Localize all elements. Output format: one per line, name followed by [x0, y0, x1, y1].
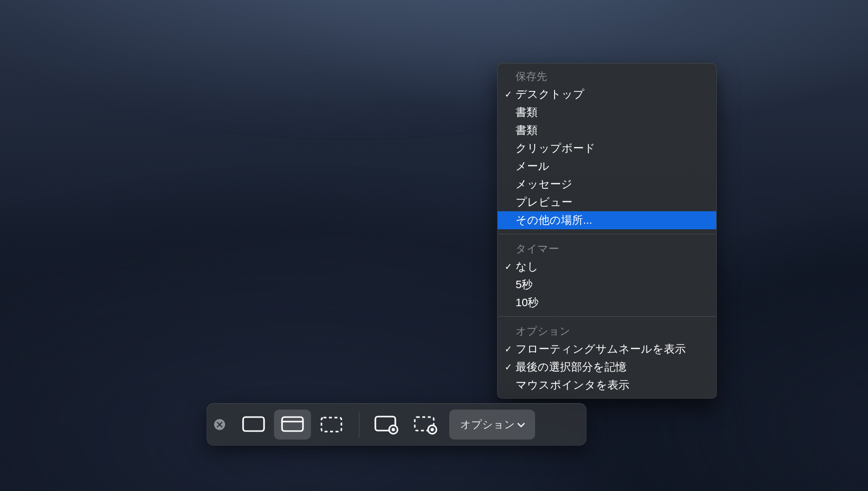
menu-item-timer-none[interactable]: ✓ なし: [498, 258, 716, 276]
menu-item-show-mouse-pointer[interactable]: マウスポインタを表示: [498, 376, 716, 394]
record-selection-icon: [413, 415, 438, 435]
menu-item-remember-last-selection[interactable]: ✓ 最後の選択部分を記憶: [498, 358, 716, 376]
checkmark-icon: ✓: [503, 258, 514, 276]
screen-icon: [242, 415, 265, 434]
menu-item-timer-10s[interactable]: 10秒: [498, 294, 716, 312]
menu-item-mail[interactable]: メール: [498, 157, 716, 175]
menu-section-header-timer: タイマー: [498, 239, 716, 258]
menu-item-label: フローティングサムネールを表示: [516, 343, 686, 355]
menu-item-show-floating-thumbnail[interactable]: ✓ フローティングサムネールを表示: [498, 340, 716, 358]
menu-item-label: 5秒: [516, 278, 533, 291]
menu-item-preview[interactable]: プレビュー: [498, 193, 716, 211]
menu-item-other-location[interactable]: その他の場所...: [498, 211, 716, 229]
chevron-down-icon: [517, 419, 525, 431]
menu-item-messages[interactable]: メッセージ: [498, 175, 716, 193]
menu-item-label: クリップボード: [516, 142, 595, 154]
checkmark-icon: ✓: [503, 358, 514, 376]
menu-item-label: デスクトップ: [516, 88, 584, 100]
record-screen-icon: [374, 415, 399, 435]
menu-item-label: 10秒: [516, 296, 539, 309]
checkmark-icon: ✓: [503, 340, 514, 358]
options-button[interactable]: オプション: [449, 410, 535, 440]
capture-window-button[interactable]: [274, 410, 311, 440]
menu-item-desktop[interactable]: ✓ デスクトップ: [498, 85, 716, 103]
checkmark-icon: ✓: [503, 85, 514, 103]
menu-item-documents-2[interactable]: 書類: [498, 121, 716, 139]
desktop-wallpaper: 保存先 ✓ デスクトップ 書類 書類 クリップボード メール メッセージ プレビ…: [0, 0, 868, 491]
svg-point-11: [431, 428, 434, 431]
menu-item-clipboard[interactable]: クリップボード: [498, 139, 716, 157]
toolbar-separator: [359, 412, 359, 438]
capture-entire-screen-button[interactable]: [235, 410, 272, 440]
close-icon: [217, 422, 223, 428]
menu-item-timer-5s[interactable]: 5秒: [498, 276, 716, 294]
svg-rect-5: [321, 418, 341, 432]
record-selection-button[interactable]: [407, 410, 444, 440]
menu-item-label: なし: [516, 260, 539, 273]
selection-icon: [320, 415, 343, 434]
menu-section-header-options: オプション: [498, 321, 716, 340]
menu-item-label: メール: [516, 160, 550, 172]
menu-item-label: 最後の選択部分を記憶: [516, 361, 626, 373]
menu-separator: [498, 234, 716, 234]
menu-item-label: メッセージ: [516, 178, 573, 190]
menu-section-header-save-to: 保存先: [498, 66, 716, 85]
window-icon: [281, 415, 304, 434]
svg-rect-3: [282, 417, 303, 431]
capture-selection-button[interactable]: [313, 410, 350, 440]
screenshot-toolbar: オプション: [207, 403, 586, 446]
svg-rect-2: [243, 417, 264, 431]
menu-item-documents-1[interactable]: 書類: [498, 103, 716, 121]
close-button[interactable]: [214, 419, 225, 430]
menu-item-label: 書類: [516, 106, 538, 118]
menu-item-label: 書類: [516, 124, 538, 136]
menu-item-label: マウスポインタを表示: [516, 379, 629, 391]
options-label: オプション: [460, 418, 515, 432]
menu-item-label: プレビュー: [516, 196, 573, 208]
options-menu: 保存先 ✓ デスクトップ 書類 書類 クリップボード メール メッセージ プレビ…: [497, 63, 717, 399]
menu-item-label: その他の場所...: [516, 214, 592, 226]
svg-point-8: [392, 428, 395, 431]
record-entire-screen-button[interactable]: [368, 410, 405, 440]
menu-separator: [498, 316, 716, 317]
